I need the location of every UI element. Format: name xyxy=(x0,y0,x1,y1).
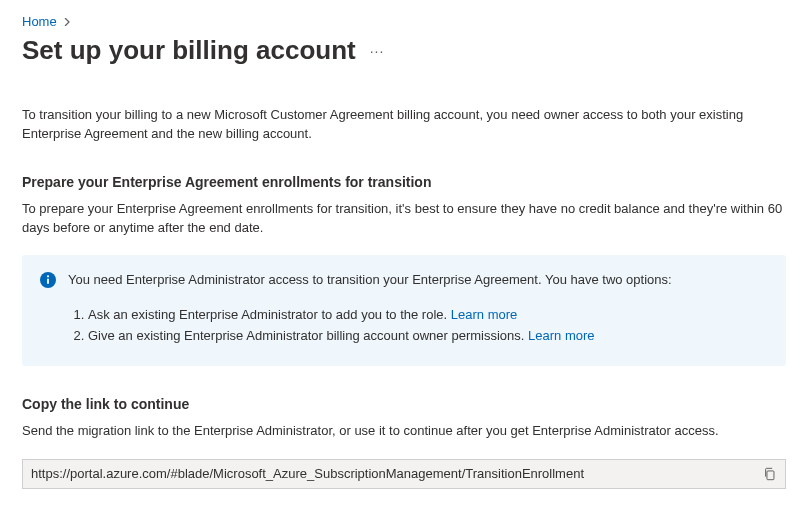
title-row: Set up your billing account ··· xyxy=(22,35,786,66)
prepare-heading: Prepare your Enterprise Agreement enroll… xyxy=(22,174,786,190)
svg-rect-1 xyxy=(47,279,49,285)
breadcrumb: Home xyxy=(22,14,786,29)
copy-button[interactable] xyxy=(755,460,785,488)
breadcrumb-home-link[interactable]: Home xyxy=(22,14,57,29)
intro-text: To transition your billing to a new Micr… xyxy=(22,106,786,144)
info-item-1: Ask an existing Enterprise Administrator… xyxy=(88,306,768,325)
prepare-body: To prepare your Enterprise Agreement enr… xyxy=(22,200,786,238)
more-actions-button[interactable]: ··· xyxy=(370,43,385,59)
copy-heading: Copy the link to continue xyxy=(22,396,786,412)
info-item-2-text: Give an existing Enterprise Administrato… xyxy=(88,328,524,343)
page-title: Set up your billing account xyxy=(22,35,356,66)
svg-point-2 xyxy=(47,276,49,278)
svg-rect-3 xyxy=(767,471,774,480)
info-box: You need Enterprise Administrator access… xyxy=(22,255,786,366)
info-content: You need Enterprise Administrator access… xyxy=(68,271,768,348)
url-input[interactable] xyxy=(23,466,755,481)
info-item-2-link[interactable]: Learn more xyxy=(528,328,594,343)
info-item-1-text: Ask an existing Enterprise Administrator… xyxy=(88,307,447,322)
info-icon xyxy=(40,271,56,348)
copy-icon xyxy=(763,467,777,481)
info-item-2: Give an existing Enterprise Administrato… xyxy=(88,327,768,346)
info-item-1-link[interactable]: Learn more xyxy=(451,307,517,322)
copy-desc: Send the migration link to the Enterpris… xyxy=(22,422,786,441)
info-lead: You need Enterprise Administrator access… xyxy=(68,271,768,290)
chevron-right-icon xyxy=(63,16,71,28)
url-field xyxy=(22,459,786,489)
